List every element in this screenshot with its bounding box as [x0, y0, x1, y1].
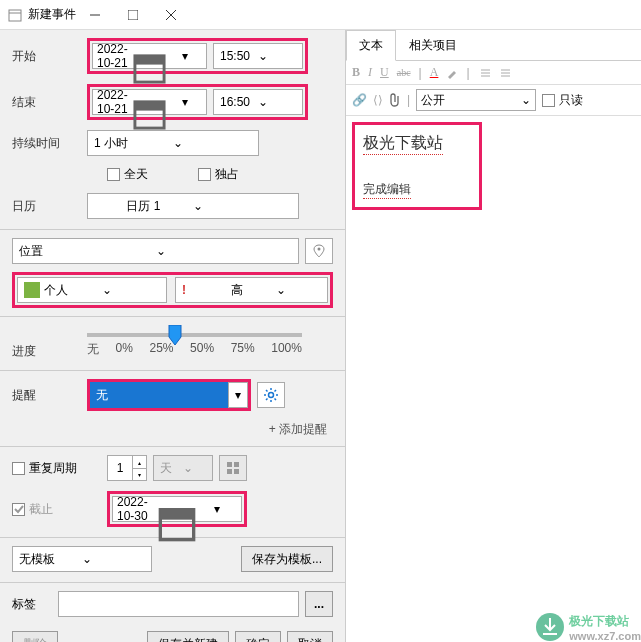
svg-rect-14 — [227, 469, 232, 474]
grid-icon — [226, 461, 240, 475]
chevron-down-icon: ⌄ — [258, 95, 296, 109]
close-button[interactable] — [152, 1, 190, 29]
duration-label: 持续时间 — [12, 135, 87, 152]
svg-rect-17 — [160, 510, 193, 520]
tag-input[interactable] — [58, 591, 299, 617]
save-and-new-button[interactable]: 保存并新建 — [147, 631, 229, 642]
left-panel: 开始 2022-10-21 ▾ 15:50 ⌄ 结束 2022-10-21 — [0, 30, 345, 642]
window-title: 新建事件 — [28, 6, 76, 23]
add-reminder-link[interactable]: + 添加提醒 — [12, 421, 333, 438]
svg-rect-0 — [9, 10, 21, 21]
underline-button[interactable]: U — [380, 65, 389, 80]
priority-select[interactable]: ! 高⌄ — [175, 277, 328, 303]
reminder-select[interactable]: 无 — [90, 382, 228, 408]
repeat-checkbox[interactable]: 重复周期 — [12, 460, 107, 477]
svg-rect-12 — [227, 462, 232, 467]
template-select[interactable]: 无模板⌄ — [12, 546, 152, 572]
category-select[interactable]: 个人⌄ — [17, 277, 167, 303]
bold-button[interactable]: B — [352, 65, 360, 80]
save-as-template-button[interactable]: 保存为模板... — [241, 546, 333, 572]
repeat-count-spinner[interactable]: ▴▾ — [107, 455, 147, 481]
font-color-button[interactable]: A — [430, 65, 439, 80]
svg-point-11 — [269, 393, 274, 398]
editor-body[interactable]: 完成编辑 — [363, 181, 411, 199]
calendar-icon — [132, 50, 167, 62]
right-panel: 文本 相关项目 B I U abc | A | 🔗 ⟨⟩ | 公开⌄ 只读 — [345, 30, 641, 642]
paperclip-icon — [389, 93, 401, 107]
visibility-select[interactable]: 公开⌄ — [416, 89, 536, 111]
svg-rect-3 — [128, 10, 138, 20]
calendar-label: 日历 — [12, 198, 87, 215]
highlight-button[interactable] — [446, 67, 458, 79]
readonly-checkbox[interactable]: 只读 — [542, 92, 583, 109]
titlebar: 新建事件 — [0, 0, 641, 30]
priority-icon: ! — [182, 283, 227, 297]
reminder-settings-button[interactable] — [257, 382, 285, 408]
minimize-button[interactable] — [76, 1, 114, 29]
svg-rect-9 — [135, 102, 164, 111]
end-time-input[interactable]: 16:50 ⌄ — [213, 89, 303, 115]
svg-rect-15 — [234, 469, 239, 474]
link-button[interactable]: 🔗 — [352, 93, 367, 107]
tag-label: 标签 — [12, 596, 52, 613]
insert-toolbar: 🔗 ⟨⟩ | 公开⌄ 只读 — [346, 85, 641, 116]
reminder-dropdown-button[interactable]: ▾ — [228, 382, 248, 408]
attach-button[interactable] — [389, 93, 401, 107]
location-select[interactable]: 位置⌄ — [12, 238, 299, 264]
repeat-settings-button[interactable] — [219, 455, 247, 481]
start-label: 开始 — [12, 48, 87, 65]
until-checkbox[interactable]: 截止 — [12, 501, 107, 518]
delete-button[interactable]: 删除 — [12, 631, 58, 642]
location-map-button[interactable] — [305, 238, 333, 264]
chevron-down-icon: ⌄ — [82, 552, 145, 566]
chevron-down-icon: ⌄ — [276, 283, 321, 297]
svg-rect-7 — [135, 56, 164, 65]
svg-point-10 — [318, 248, 321, 251]
calendar-icon — [132, 96, 167, 108]
svg-rect-13 — [234, 462, 239, 467]
end-date-input[interactable]: 2022-10-21 ▾ — [92, 89, 207, 115]
tab-related[interactable]: 相关项目 — [396, 30, 470, 60]
maximize-button[interactable] — [114, 1, 152, 29]
exclusive-checkbox[interactable]: 独占 — [198, 166, 239, 183]
reminder-label: 提醒 — [12, 387, 87, 404]
repeat-count-input[interactable] — [108, 461, 132, 475]
calendar-select[interactable]: 日历 1⌄ — [87, 193, 299, 219]
pin-icon — [312, 244, 326, 258]
editor-title[interactable]: 极光下载站 — [363, 133, 443, 155]
chevron-down-icon: ⌄ — [102, 283, 160, 297]
until-date-input[interactable]: 2022-10-30 ▾ — [112, 496, 242, 522]
end-label: 结束 — [12, 94, 87, 111]
gear-icon — [263, 387, 279, 403]
repeat-unit-select: 天⌄ — [153, 455, 213, 481]
chevron-down-icon: ⌄ — [173, 136, 252, 150]
allday-checkbox[interactable]: 全天 — [107, 166, 148, 183]
app-icon — [8, 8, 22, 22]
duration-select[interactable]: 1 小时⌄ — [87, 130, 259, 156]
chevron-down-icon: ⌄ — [193, 199, 292, 213]
slider-thumb[interactable] — [167, 325, 183, 345]
calendar-icon — [157, 503, 197, 515]
category-color — [24, 282, 40, 298]
numbered-list-button[interactable] — [498, 67, 510, 79]
strike-button[interactable]: abc — [397, 67, 411, 78]
start-time-input[interactable]: 15:50 ⌄ — [213, 43, 303, 69]
chevron-down-icon: ⌄ — [258, 49, 296, 63]
list-button[interactable] — [478, 67, 490, 79]
cancel-button[interactable]: 取消 — [287, 631, 333, 642]
ok-button[interactable]: 确定 — [235, 631, 281, 642]
start-date-input[interactable]: 2022-10-21 ▾ — [92, 43, 207, 69]
tab-text[interactable]: 文本 — [346, 30, 396, 61]
progress-label: 进度 — [12, 343, 87, 360]
tag-more-button[interactable]: ... — [305, 591, 333, 617]
embed-button[interactable]: ⟨⟩ — [373, 93, 383, 107]
chevron-down-icon: ⌄ — [156, 244, 293, 258]
format-toolbar: B I U abc | A | — [346, 61, 641, 85]
italic-button[interactable]: I — [368, 65, 372, 80]
progress-slider[interactable] — [87, 333, 302, 337]
